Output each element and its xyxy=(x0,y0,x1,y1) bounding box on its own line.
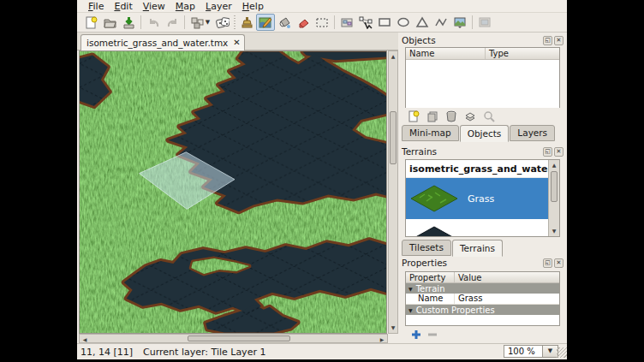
vscroll-thumb[interactable] xyxy=(390,111,397,164)
status-bar: 11, 14 [11] Current layer: Tile Layer 1 xyxy=(77,343,567,359)
scroll-up-icon[interactable]: ▲ xyxy=(389,52,397,61)
add-object-icon[interactable] xyxy=(407,110,420,123)
scroll-up-icon[interactable]: ▲ xyxy=(550,161,558,169)
float-dock-icon[interactable]: ◱ xyxy=(543,147,552,157)
remove-object-icon[interactable] xyxy=(444,110,458,123)
scroll-down-icon[interactable]: ▼ xyxy=(550,227,558,235)
menu-edit[interactable]: Edit xyxy=(109,1,137,12)
property-group-terrain[interactable]: ▼ Terrain xyxy=(406,283,559,294)
tab-terrains[interactable]: Terrains xyxy=(452,240,503,257)
menu-map[interactable]: Map xyxy=(170,1,200,12)
properties-table: Property Value ▼ Terrain Name Grass ▼ Cu… xyxy=(405,271,560,326)
eraser-icon[interactable] xyxy=(294,14,313,31)
menu-layer[interactable]: Layer xyxy=(200,1,237,12)
collapse-icon[interactable]: ▼ xyxy=(408,286,413,292)
float-dock-icon[interactable]: ◱ xyxy=(543,258,552,268)
undo-icon[interactable] xyxy=(144,14,163,31)
terrain-row-grass[interactable]: Grass xyxy=(406,178,550,219)
insert-polyline-icon[interactable] xyxy=(432,14,450,31)
menu-bar: File Edit View Map Layer Help xyxy=(77,0,567,13)
zoom-control[interactable]: 100 % ▼ xyxy=(504,345,558,358)
redo-icon[interactable] xyxy=(163,14,182,31)
stamp-brush-icon[interactable] xyxy=(237,14,256,31)
toolbar-handle[interactable] xyxy=(234,15,236,29)
menu-file[interactable]: File xyxy=(83,1,109,12)
terrains-scroll-thumb[interactable] xyxy=(551,171,558,202)
cursor-position: 11, 14 [11] xyxy=(80,347,133,358)
insert-image-icon[interactable] xyxy=(475,14,494,31)
map-horizontal-scrollbar[interactable]: ◀ ▶ xyxy=(79,334,388,343)
menu-help[interactable]: Help xyxy=(237,1,269,12)
toolbar-separator xyxy=(334,15,335,29)
map-canvas[interactable] xyxy=(79,50,387,334)
terrains-scrollbar[interactable]: ▲ ▼ xyxy=(548,160,559,236)
random-mode-icon[interactable] xyxy=(213,14,232,31)
property-value[interactable]: Grass xyxy=(455,294,559,304)
terrains-dock-titlebar: Terrains ◱ ✕ xyxy=(402,145,564,157)
zoom-value[interactable]: 100 % xyxy=(504,345,543,358)
group-label: Terrain xyxy=(416,284,445,294)
grass-terrain-thumbnail xyxy=(409,184,459,213)
insert-ellipse-icon[interactable] xyxy=(394,14,413,31)
tab-tilesets[interactable]: Tilesets xyxy=(402,240,451,256)
tab-close-icon[interactable]: ✕ xyxy=(233,39,240,47)
stamp-presets-icon[interactable]: ▼ xyxy=(188,14,213,31)
terrain-name: Grass xyxy=(468,193,494,205)
save-map-icon[interactable] xyxy=(119,14,138,31)
property-row-name[interactable]: Name Grass xyxy=(406,294,559,305)
properties-col-value[interactable]: Value xyxy=(455,272,559,282)
objects-list-empty[interactable] xyxy=(406,60,559,108)
tileset-name: isometric_grass_and_water xyxy=(406,160,550,178)
tab-layers[interactable]: Layers xyxy=(510,125,555,141)
duplicate-object-icon[interactable] xyxy=(426,110,439,123)
insert-rectangle-icon[interactable] xyxy=(375,14,394,31)
new-map-icon[interactable] xyxy=(81,14,100,31)
close-dock-icon[interactable]: ✕ xyxy=(554,258,564,268)
tab-mini-map[interactable]: Mini-map xyxy=(402,125,459,141)
terrain-brush-icon[interactable] xyxy=(256,14,275,31)
properties-dock-title: Properties xyxy=(402,258,541,268)
toolbar-separator xyxy=(140,15,141,29)
open-map-icon[interactable] xyxy=(100,14,119,31)
close-dock-icon[interactable]: ✕ xyxy=(554,147,564,157)
terrains-dock-title: Terrains xyxy=(402,146,541,157)
edit-polygons-icon[interactable] xyxy=(356,14,375,31)
toolbar-separator xyxy=(472,15,473,29)
select-objects-icon[interactable] xyxy=(337,14,356,31)
property-group-custom[interactable]: ▼ Custom Properties xyxy=(406,305,559,315)
goto-object-icon[interactable] xyxy=(482,110,496,123)
close-dock-icon[interactable]: ✕ xyxy=(554,36,564,45)
scroll-down-icon[interactable]: ▼ xyxy=(389,323,397,332)
insert-tile-icon[interactable] xyxy=(450,14,469,31)
properties-dock-titlebar: Properties ◱ ✕ xyxy=(402,257,564,269)
objects-col-type[interactable]: Type xyxy=(486,48,559,59)
document-tab[interactable]: isometric_grass_and_water.tmx ✕ xyxy=(80,34,245,50)
map-vertical-scrollbar[interactable]: ▲ ▼ xyxy=(388,50,398,334)
menu-view[interactable]: View xyxy=(138,1,170,12)
hscroll-thumb[interactable] xyxy=(188,335,290,341)
bucket-fill-icon[interactable] xyxy=(275,14,294,31)
terrains-list: isometric_grass_and_water Grass Water ▲ xyxy=(405,159,560,237)
collapse-icon[interactable]: ▼ xyxy=(408,307,413,313)
float-dock-icon[interactable]: ◱ xyxy=(543,36,552,45)
document-tabstrip: isometric_grass_and_water.tmx ✕ xyxy=(77,33,398,50)
objects-toolbar xyxy=(407,110,496,123)
current-layer-label: Current layer: Tile Layer 1 xyxy=(143,347,265,358)
water-terrain-thumbnail xyxy=(409,225,459,237)
objects-table-header: Name Type xyxy=(406,48,559,60)
rectangular-select-icon[interactable] xyxy=(313,14,331,31)
tiled-window: File Edit View Map Layer Help ▼ xyxy=(77,0,567,359)
terrain-row-water[interactable]: Water xyxy=(406,219,550,237)
properties-col-property[interactable]: Property xyxy=(406,272,455,282)
raise-object-icon[interactable] xyxy=(463,110,477,123)
insert-polygon-icon[interactable] xyxy=(413,14,432,31)
resize-grip[interactable] xyxy=(557,347,567,358)
add-property-icon[interactable] xyxy=(410,329,421,340)
toolbar-separator xyxy=(184,15,185,29)
objects-col-name[interactable]: Name xyxy=(406,48,486,59)
screen: File Edit View Map Layer Help ▼ xyxy=(0,0,644,362)
tileset-dock-tabs: Tilesets Terrains xyxy=(402,240,504,256)
tab-objects[interactable]: Objects xyxy=(460,125,510,142)
remove-property-icon[interactable] xyxy=(426,329,438,340)
group-label: Custom Properties xyxy=(416,306,495,315)
